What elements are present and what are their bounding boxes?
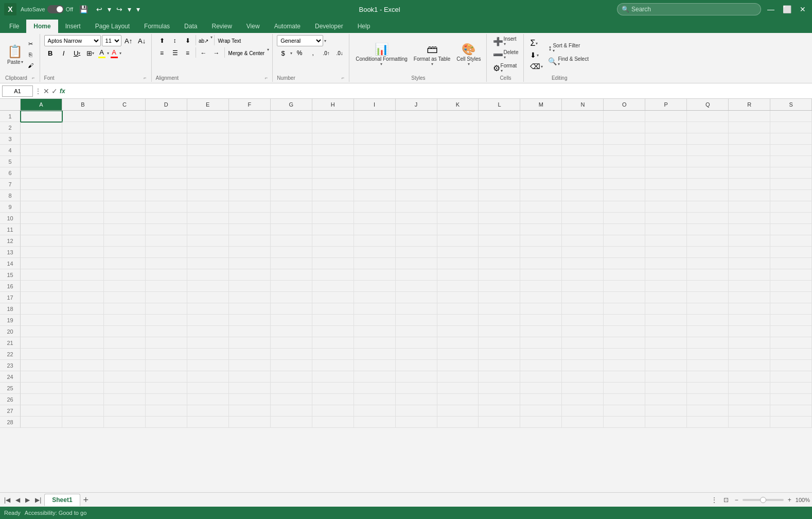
cell-D18[interactable] (146, 303, 187, 315)
cell-A15[interactable] (21, 269, 62, 281)
cell-B25[interactable] (62, 383, 104, 394)
cell-K6[interactable] (437, 167, 479, 179)
cell-D7[interactable] (146, 179, 187, 190)
cell-C2[interactable] (104, 122, 146, 133)
cell-C14[interactable] (104, 258, 146, 269)
col-header-O[interactable]: O (604, 99, 645, 110)
cell-Q15[interactable] (687, 269, 729, 281)
cell-J2[interactable] (396, 122, 437, 133)
cell-J24[interactable] (396, 371, 437, 383)
cell-H7[interactable] (312, 179, 354, 190)
cell-I22[interactable] (354, 349, 396, 360)
cell-N15[interactable] (562, 269, 604, 281)
cell-K4[interactable] (437, 145, 479, 156)
cell-A24[interactable] (21, 371, 62, 383)
cell-A19[interactable] (21, 315, 62, 326)
cell-S18[interactable] (770, 303, 812, 315)
increase-font-size-button[interactable]: A↑ (122, 35, 135, 46)
cell-A18[interactable] (21, 303, 62, 315)
cell-B3[interactable] (62, 133, 104, 145)
cell-P14[interactable] (645, 258, 687, 269)
cell-F14[interactable] (229, 258, 271, 269)
cell-R9[interactable] (729, 201, 770, 213)
cell-D10[interactable] (146, 213, 187, 224)
cell-F13[interactable] (229, 247, 271, 258)
cell-E2[interactable] (187, 122, 229, 133)
search-box[interactable]: 🔍 Search (617, 3, 761, 15)
cell-R4[interactable] (729, 145, 770, 156)
cell-S10[interactable] (770, 213, 812, 224)
cell-E18[interactable] (187, 303, 229, 315)
cell-L24[interactable] (479, 371, 520, 383)
cell-Q27[interactable] (687, 405, 729, 417)
cell-S1[interactable] (770, 111, 812, 122)
formula-confirm-button[interactable]: ✓ (51, 87, 58, 95)
cell-B12[interactable] (62, 235, 104, 247)
cell-L19[interactable] (479, 315, 520, 326)
cell-N18[interactable] (562, 303, 604, 315)
cell-H16[interactable] (312, 281, 354, 292)
cell-R5[interactable] (729, 156, 770, 167)
sheet-options-button[interactable]: ⋮ (709, 495, 719, 505)
cell-P16[interactable] (645, 281, 687, 292)
cell-O15[interactable] (604, 269, 645, 281)
cell-Q1[interactable] (687, 111, 729, 122)
cell-E25[interactable] (187, 383, 229, 394)
clipboard-dialog-launcher[interactable]: ⌐ (30, 75, 36, 81)
cell-C19[interactable] (104, 315, 146, 326)
fill-dropdown[interactable]: ▾ (107, 51, 109, 56)
cell-A21[interactable] (21, 337, 62, 349)
cell-K20[interactable] (437, 326, 479, 337)
cell-F19[interactable] (229, 315, 271, 326)
cell-C7[interactable] (104, 179, 146, 190)
cell-B17[interactable] (62, 292, 104, 303)
cell-G4[interactable] (271, 145, 312, 156)
cell-O11[interactable] (604, 224, 645, 235)
cell-F28[interactable] (229, 417, 271, 428)
cell-G13[interactable] (271, 247, 312, 258)
italic-button[interactable]: I (58, 47, 70, 59)
cell-O1[interactable] (604, 111, 645, 122)
cell-R16[interactable] (729, 281, 770, 292)
cell-M8[interactable] (520, 190, 562, 201)
number-dialog-launcher[interactable]: ⌐ (340, 75, 346, 81)
cell-P8[interactable] (645, 190, 687, 201)
cell-O19[interactable] (604, 315, 645, 326)
font-size-select[interactable]: 11 (102, 35, 121, 46)
cell-B1[interactable] (62, 111, 104, 122)
cell-F1[interactable] (229, 111, 271, 122)
cell-O10[interactable] (604, 213, 645, 224)
cell-B16[interactable] (62, 281, 104, 292)
cell-K21[interactable] (437, 337, 479, 349)
cell-L15[interactable] (479, 269, 520, 281)
cell-R24[interactable] (729, 371, 770, 383)
cell-G18[interactable] (271, 303, 312, 315)
cell-C12[interactable] (104, 235, 146, 247)
cell-C10[interactable] (104, 213, 146, 224)
cell-M1[interactable] (520, 111, 562, 122)
tab-insert[interactable]: Insert (58, 19, 88, 33)
cell-S5[interactable] (770, 156, 812, 167)
cell-D13[interactable] (146, 247, 187, 258)
cell-J23[interactable] (396, 360, 437, 371)
decrease-font-size-button[interactable]: A↓ (136, 35, 148, 46)
cell-R11[interactable] (729, 224, 770, 235)
cell-A4[interactable] (21, 145, 62, 156)
cell-H1[interactable] (312, 111, 354, 122)
cell-I23[interactable] (354, 360, 396, 371)
cut-button[interactable]: ✂ (25, 39, 37, 49)
cell-N11[interactable] (562, 224, 604, 235)
cell-P21[interactable] (645, 337, 687, 349)
cell-Q28[interactable] (687, 417, 729, 428)
cell-G19[interactable] (271, 315, 312, 326)
tab-review[interactable]: Review (204, 19, 239, 33)
cell-R8[interactable] (729, 190, 770, 201)
cell-L27[interactable] (479, 405, 520, 417)
cell-N14[interactable] (562, 258, 604, 269)
cell-O12[interactable] (604, 235, 645, 247)
cell-I17[interactable] (354, 292, 396, 303)
cell-N13[interactable] (562, 247, 604, 258)
cell-L5[interactable] (479, 156, 520, 167)
cell-J5[interactable] (396, 156, 437, 167)
cell-H2[interactable] (312, 122, 354, 133)
